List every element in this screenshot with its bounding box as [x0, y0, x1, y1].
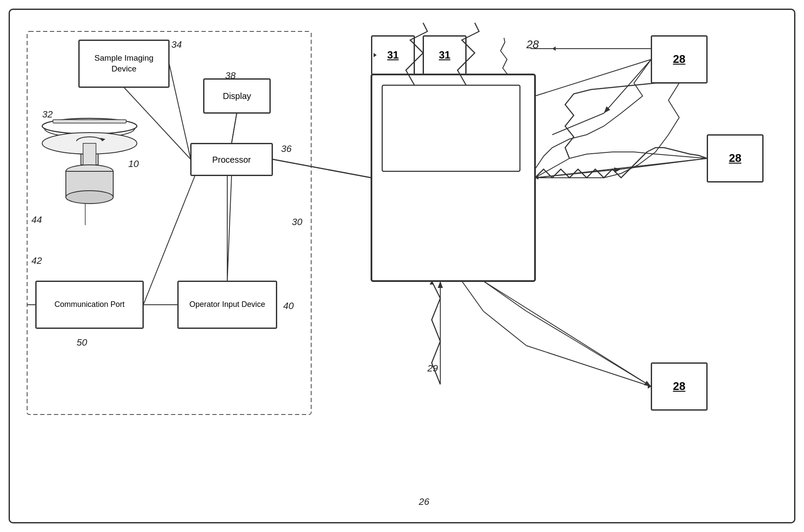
svg-line-38 — [621, 158, 707, 169]
svg-marker-72 — [430, 281, 434, 285]
svg-rect-19 — [68, 169, 111, 197]
svg-line-41 — [526, 311, 569, 337]
svg-line-36 — [389, 74, 393, 118]
svg-marker-71 — [648, 384, 651, 389]
svg-line-67 — [535, 158, 569, 178]
svg-point-16 — [44, 134, 135, 153]
svg-line-58 — [232, 113, 237, 143]
svg-line-62 — [272, 159, 371, 178]
svg-line-23 — [227, 176, 232, 281]
svg-line-26 — [272, 159, 371, 178]
svg-point-51 — [42, 133, 137, 154]
ref-42: 42 — [31, 255, 42, 266]
svg-rect-50 — [53, 120, 126, 123]
ref-28-arrow: 28 — [526, 38, 539, 51]
svg-line-27 — [535, 59, 651, 96]
communication-port-label: Communication Port — [54, 300, 124, 309]
ref-31-right-label: 31 — [439, 48, 451, 62]
svg-line-28 — [535, 158, 707, 178]
svg-line-22 — [232, 113, 237, 143]
svg-line-40 — [483, 281, 526, 311]
ref-31-left-box: 31 — [371, 36, 414, 74]
ref-28-top-right-label: 28 — [673, 52, 686, 67]
svg-point-18 — [68, 165, 111, 177]
operator-input-label: Operator Input Device — [189, 300, 265, 309]
ref-31-left-label: 31 — [387, 48, 399, 62]
ref-26: 26 — [419, 496, 429, 507]
processor-box: Processor — [191, 143, 272, 176]
ref-54-box: 54 — [427, 195, 475, 234]
svg-line-57 — [169, 64, 191, 159]
svg-line-42 — [569, 337, 651, 387]
svg-rect-52 — [83, 143, 96, 167]
ref-30: 30 — [292, 217, 302, 228]
svg-rect-47 — [371, 74, 535, 281]
display-box: Display — [204, 79, 270, 113]
diagram-container: Sample Imaging Device Display Processor … — [9, 9, 795, 523]
ref-54-label: 54 — [445, 207, 457, 221]
sample-imaging-device-box: Sample Imaging Device — [79, 40, 169, 87]
svg-line-35 — [552, 113, 604, 135]
ref-28-top-right-box: 28 — [651, 36, 707, 83]
svg-line-69 — [483, 311, 526, 346]
communication-port-box: Communication Port — [36, 281, 143, 328]
ref-34: 34 — [171, 39, 182, 50]
ref-36: 36 — [281, 143, 291, 155]
svg-line-39 — [535, 169, 621, 178]
svg-line-30 — [393, 74, 414, 96]
ref-31-right-box: 31 — [423, 36, 466, 74]
processor-label: Processor — [212, 154, 251, 165]
ref-32: 32 — [42, 109, 53, 120]
svg-line-21 — [124, 87, 191, 159]
ref-28-mid-right-label: 28 — [729, 151, 742, 166]
ref-28-mid-right-box: 28 — [707, 135, 763, 182]
svg-line-34 — [604, 59, 651, 113]
svg-point-14 — [44, 119, 135, 138]
svg-marker-74 — [552, 46, 556, 51]
ref-29: 29 — [427, 363, 438, 374]
display-label: Display — [223, 90, 251, 102]
svg-rect-17 — [81, 143, 98, 165]
svg-point-49 — [42, 118, 137, 134]
svg-line-70 — [526, 346, 651, 387]
svg-rect-54 — [66, 171, 113, 197]
ref-56: 56 — [371, 234, 382, 245]
ref-38: 38 — [225, 70, 235, 81]
svg-point-55 — [66, 191, 113, 204]
ref-50: 50 — [77, 337, 87, 348]
svg-point-20 — [68, 191, 111, 203]
ref-28-bot-right-box: 28 — [651, 363, 707, 410]
svg-line-68 — [462, 281, 483, 311]
svg-rect-48 — [382, 85, 520, 171]
ref-10: 10 — [128, 158, 139, 170]
operator-input-device-box: Operator Input Device — [178, 281, 277, 328]
sample-imaging-device-label: Sample Imaging Device — [83, 53, 165, 74]
svg-rect-1 — [371, 74, 535, 281]
svg-rect-2 — [384, 87, 518, 173]
ref-44: 44 — [31, 214, 42, 226]
ref-28-bot-right-label: 28 — [673, 379, 686, 394]
svg-marker-66 — [535, 176, 538, 179]
svg-point-53 — [66, 165, 113, 178]
svg-marker-56 — [100, 138, 105, 141]
ref-40: 40 — [283, 300, 294, 312]
svg-line-29 — [483, 281, 651, 387]
